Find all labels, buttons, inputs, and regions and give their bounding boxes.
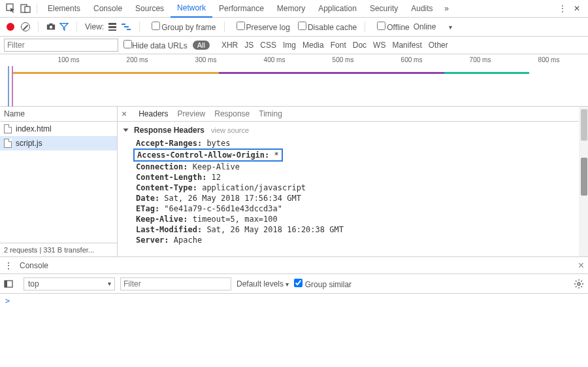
response-header-line: Connection: Keep-Alive xyxy=(124,162,581,172)
timeline-tick: 400 ms xyxy=(264,56,286,63)
filter-icon[interactable] xyxy=(59,22,69,31)
console-settings-icon[interactable] xyxy=(574,279,584,289)
filter-type-img[interactable]: Img xyxy=(283,41,296,50)
panel-tabs: ElementsConsoleSourcesNetworkPerformance… xyxy=(41,0,440,18)
log-levels-select[interactable]: Default levels xyxy=(237,279,289,288)
request-name: index.html xyxy=(16,124,52,133)
response-header-line: Content-Length: 12 xyxy=(124,172,581,183)
filter-type-xhr[interactable]: XHR xyxy=(221,41,238,50)
tab-sources[interactable]: Sources xyxy=(129,0,171,18)
devtools-topbar: ElementsConsoleSourcesNetworkPerformance… xyxy=(0,0,588,18)
view-source-link[interactable]: view source xyxy=(211,126,249,134)
tab-performance[interactable]: Performance xyxy=(212,0,270,18)
device-toolbar-icon[interactable] xyxy=(18,1,33,16)
filter-type-font[interactable]: Font xyxy=(331,41,346,50)
timeline-tick: 300 ms xyxy=(195,56,217,63)
disable-cache-checkbox[interactable]: Disable cache xyxy=(294,22,357,32)
inspect-element-icon[interactable] xyxy=(4,1,18,16)
timeline-tick: 200 ms xyxy=(127,56,148,63)
context-select[interactable]: top xyxy=(24,277,115,290)
offline-checkbox[interactable]: Offline xyxy=(373,22,409,32)
hide-data-urls-checkbox[interactable]: Hide data URLs xyxy=(123,40,188,50)
svg-rect-13 xyxy=(5,281,7,287)
detail-tab-timing[interactable]: Timing xyxy=(259,109,282,118)
filter-type-media[interactable]: Media xyxy=(302,41,324,50)
section-title: Response Headers xyxy=(134,126,204,135)
filter-type-doc[interactable]: Doc xyxy=(353,41,367,50)
response-header-line: Accept-Ranges: bytes xyxy=(124,138,581,149)
filter-type-ws[interactable]: WS xyxy=(373,41,385,50)
tab-application[interactable]: Application xyxy=(312,0,363,18)
group-similar-checkbox[interactable]: Group similar xyxy=(294,279,351,289)
timeline-tick: 100 ms xyxy=(58,56,80,63)
detail-tab-preview[interactable]: Preview xyxy=(178,109,206,118)
network-filter-bar: Hide data URLs All XHRJSCSSImgMediaFontD… xyxy=(0,37,588,54)
group-by-frame-checkbox[interactable]: Group by frame xyxy=(148,22,216,32)
capture-screenshots-icon[interactable] xyxy=(46,22,56,31)
network-timeline[interactable]: 100 ms200 ms300 ms400 ms500 ms600 ms700 … xyxy=(0,54,588,107)
request-name: script.js xyxy=(16,139,42,148)
detail-tab-headers[interactable]: Headers xyxy=(139,109,168,118)
timeline-marker xyxy=(8,66,9,107)
file-icon xyxy=(4,124,12,133)
response-header-line: Server: Apache xyxy=(124,235,581,245)
disclosure-triangle-icon[interactable] xyxy=(123,129,129,132)
request-row[interactable]: script.js xyxy=(0,136,117,150)
response-header-line: Access-Control-Allow-Origin: * xyxy=(133,149,283,162)
timeline-bar xyxy=(444,72,529,74)
filter-type-js[interactable]: JS xyxy=(244,41,253,50)
svg-rect-10 xyxy=(124,26,129,27)
filter-type-other[interactable]: Other xyxy=(429,41,448,50)
filter-type-all[interactable]: All xyxy=(193,41,210,50)
console-toolbar: top Default levels Group similar xyxy=(0,274,588,294)
close-devtools-icon[interactable]: ✕ xyxy=(570,1,584,16)
response-header-line: Keep-Alive: timeout=5, max=100 xyxy=(124,214,581,224)
large-rows-icon[interactable] xyxy=(108,22,117,31)
tab-console[interactable]: Console xyxy=(87,0,129,18)
tab-memory[interactable]: Memory xyxy=(270,0,312,18)
console-prompt[interactable]: > xyxy=(0,294,588,308)
waterfall-view-icon[interactable] xyxy=(121,22,131,31)
close-drawer-icon[interactable]: × xyxy=(578,260,584,271)
response-headers-section[interactable]: Response Headers view source xyxy=(124,126,581,135)
console-filter-input[interactable] xyxy=(120,277,231,290)
filter-type-css[interactable]: CSS xyxy=(260,41,276,50)
scrollbar-thumb[interactable] xyxy=(581,109,587,141)
network-split-pane: Name index.htmlscript.js 2 requests | 33… xyxy=(0,107,588,257)
more-tabs-chevron-icon[interactable]: » xyxy=(440,1,454,16)
scrollbar[interactable] xyxy=(579,107,588,256)
svg-rect-2 xyxy=(25,7,30,12)
drawer-tab-console[interactable]: Console xyxy=(20,261,48,270)
console-sidebar-icon[interactable] xyxy=(4,279,13,288)
timeline-tick: 500 ms xyxy=(333,56,354,63)
response-header-line: ETag: "6e41a79-c-56d1e43dccd3a" xyxy=(124,203,581,214)
detail-tab-response[interactable]: Response xyxy=(214,109,250,118)
timeline-body xyxy=(0,66,588,107)
kebab-menu-icon[interactable]: ⋮ xyxy=(555,1,570,16)
clear-button[interactable] xyxy=(21,22,30,31)
network-toolbar: View: Group by frame Preserve log Disabl… xyxy=(0,18,588,37)
drawer-menu-icon[interactable]: ⋮ xyxy=(4,260,13,271)
tab-network[interactable]: Network xyxy=(171,0,212,18)
svg-point-14 xyxy=(578,283,580,285)
drawer-header: ⋮ Console × xyxy=(0,257,588,274)
tab-audits[interactable]: Audits xyxy=(404,0,439,18)
close-detail-icon[interactable]: × xyxy=(122,109,127,119)
throttling-select[interactable]: Online xyxy=(414,22,436,31)
svg-rect-9 xyxy=(122,24,125,25)
record-button[interactable] xyxy=(7,23,14,31)
response-header-line: Last-Modified: Sat, 26 May 2018 16:20:38… xyxy=(124,224,581,235)
svg-rect-11 xyxy=(127,29,131,30)
request-detail-pane: × HeadersPreviewResponseTiming Response … xyxy=(118,107,588,256)
throttling-chevron-icon[interactable] xyxy=(449,22,452,31)
column-header-name[interactable]: Name xyxy=(0,107,117,122)
tab-security[interactable]: Security xyxy=(363,0,404,18)
request-list: Name index.htmlscript.js 2 requests | 33… xyxy=(0,107,118,256)
preserve-log-checkbox[interactable]: Preserve log xyxy=(233,22,290,32)
response-header-line: Date: Sat, 26 May 2018 17:56:34 GMT xyxy=(124,193,581,203)
request-row[interactable]: index.html xyxy=(0,122,117,136)
filter-type-manifest[interactable]: Manifest xyxy=(392,41,421,50)
filter-input[interactable] xyxy=(4,39,118,52)
scrollbar-thumb[interactable] xyxy=(581,158,587,196)
tab-elements[interactable]: Elements xyxy=(41,0,87,18)
